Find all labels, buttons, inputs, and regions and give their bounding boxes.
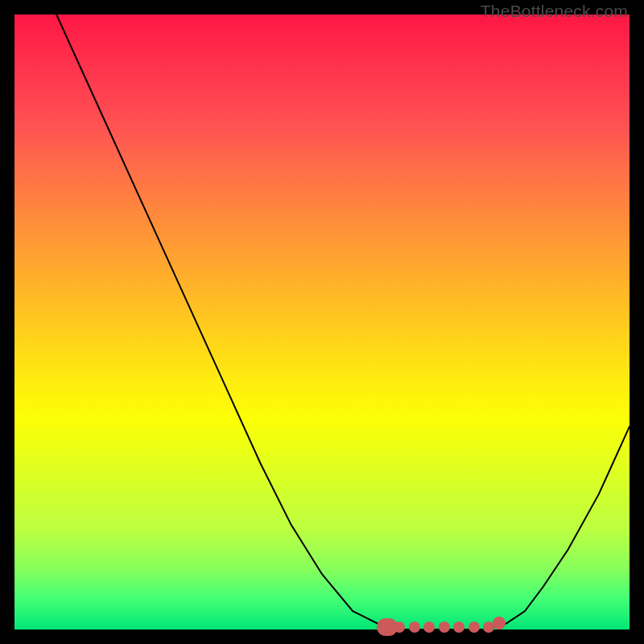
marker-dot <box>439 621 450 633</box>
chart-frame: TheBottleneck.com <box>0 0 644 644</box>
curve-path <box>14 14 630 630</box>
marker-dot <box>423 621 435 633</box>
marker-dot <box>409 621 420 633</box>
bottleneck-curve <box>14 14 630 630</box>
marker-dot <box>469 621 480 633</box>
marker-dot <box>453 621 464 633</box>
marker-dot <box>394 621 405 633</box>
plot-area <box>14 14 630 630</box>
watermark-text: TheBottleneck.com <box>481 2 628 21</box>
